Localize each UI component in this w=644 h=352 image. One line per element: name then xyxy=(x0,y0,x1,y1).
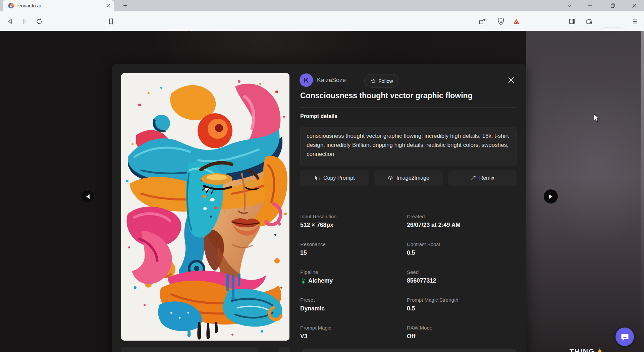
artwork-illustration xyxy=(121,73,289,341)
favicon-art xyxy=(8,3,14,9)
prompt-text-box[interactable]: consciousness thought vector graphic flo… xyxy=(300,127,517,166)
detail-prompt-magic-strength: Prompt Magic Strength 0.5 xyxy=(407,297,511,312)
window-close-button[interactable] xyxy=(627,0,642,11)
bookmark-icon[interactable] xyxy=(107,17,115,26)
divider xyxy=(300,107,517,108)
follow-label: Follow xyxy=(378,78,393,84)
copy-icon xyxy=(314,175,320,181)
detail-created: Created 26/07/23 at 2:49 AM xyxy=(407,214,511,229)
avatar[interactable]: K xyxy=(300,73,313,87)
browser-tab[interactable]: leonardo.ai xyxy=(3,0,114,11)
image-title: Consciousness thought vector graphic flo… xyxy=(300,91,515,100)
generation-details-grid: Input Resolution 512 × 768px Created 26/… xyxy=(300,214,517,341)
tab-close-icon[interactable] xyxy=(106,3,111,8)
tab-search-chevron-icon[interactable] xyxy=(561,0,577,11)
generate-with-model-button[interactable]: Generate with this model xyxy=(302,349,517,352)
detail-prompt-magic: Prompt Magic V3 xyxy=(300,325,404,340)
detail-raw-mode: RAW Mode Off xyxy=(407,325,511,340)
blurred-page-background xyxy=(526,31,644,352)
user-name[interactable]: KaizaSoze xyxy=(317,77,346,84)
forward-button-icon[interactable] xyxy=(20,17,29,26)
browser-toolbar: app.leonardo.ai VPN xyxy=(0,11,644,31)
layers-icon xyxy=(387,175,393,181)
detail-contrast-boost: Contrast Boost 0.5 xyxy=(407,241,511,256)
detail-resonance: Resonance 15 xyxy=(300,241,404,256)
menu-hamburger-icon[interactable] xyxy=(631,17,639,26)
remix-button[interactable]: Remix xyxy=(448,170,517,186)
chat-bubble-icon xyxy=(620,332,630,342)
tab-bar: leonardo.ai + xyxy=(0,0,644,11)
copy-prompt-label: Copy Prompt xyxy=(323,175,355,181)
window-minimize-button[interactable] xyxy=(582,0,598,11)
detail-input-resolution: Input Resolution 512 × 768px xyxy=(300,214,404,229)
detail-pipeline: Pipeline Alchemy xyxy=(300,269,404,284)
star-icon xyxy=(370,78,376,84)
alchemy-flask-icon xyxy=(300,278,306,284)
brave-rewards-bat-icon[interactable] xyxy=(512,17,521,26)
sidebar-panel-icon[interactable] xyxy=(568,17,576,26)
mini-action-button[interactable] xyxy=(278,347,290,352)
prompt-details-heading: Prompt details xyxy=(300,113,337,119)
support-chat-button[interactable] xyxy=(615,328,634,346)
mouse-cursor xyxy=(593,114,600,124)
follow-button[interactable]: Follow xyxy=(364,74,399,87)
back-button-icon[interactable] xyxy=(6,17,15,26)
image2image-button[interactable]: Image2Image xyxy=(374,170,442,186)
wand-icon xyxy=(470,175,476,181)
reload-button-icon[interactable] xyxy=(35,17,44,26)
image2image-label: Image2Image xyxy=(396,175,429,181)
arrow-right-icon xyxy=(549,194,553,199)
next-image-button[interactable] xyxy=(544,189,558,203)
model-mini-card[interactable] xyxy=(121,347,259,352)
window-restore-button[interactable] xyxy=(605,0,621,11)
browser-window: leonardo.ai + xyxy=(0,0,644,352)
partial-caption-text: THING✦ xyxy=(570,347,603,352)
generated-image[interactable] xyxy=(121,73,289,341)
new-tab-button[interactable]: + xyxy=(120,1,130,10)
arrow-left-icon xyxy=(86,194,90,199)
tab-title: leonardo.ai xyxy=(17,3,106,8)
page-scrollbar[interactable] xyxy=(641,31,644,352)
detail-preset: Preset Dynamic xyxy=(300,297,404,312)
sparkle-icon: ✦ xyxy=(597,347,603,352)
brave-shields-lion-icon[interactable] xyxy=(496,17,505,26)
share-icon[interactable] xyxy=(478,17,486,26)
previous-image-button[interactable] xyxy=(80,189,95,203)
copy-prompt-button[interactable]: Copy Prompt xyxy=(300,170,369,186)
wallet-icon[interactable] xyxy=(585,17,594,26)
modal-close-icon[interactable] xyxy=(507,76,516,84)
prompt-actions: Copy Prompt Image2Image Remix xyxy=(300,170,517,186)
detail-seed: Seed 856077312 xyxy=(407,269,511,284)
remix-label: Remix xyxy=(479,175,494,181)
image-detail-modal: K KaizaSoze Follow Consciousness thought… xyxy=(112,64,526,352)
leonardo-favicon-icon xyxy=(8,3,14,9)
